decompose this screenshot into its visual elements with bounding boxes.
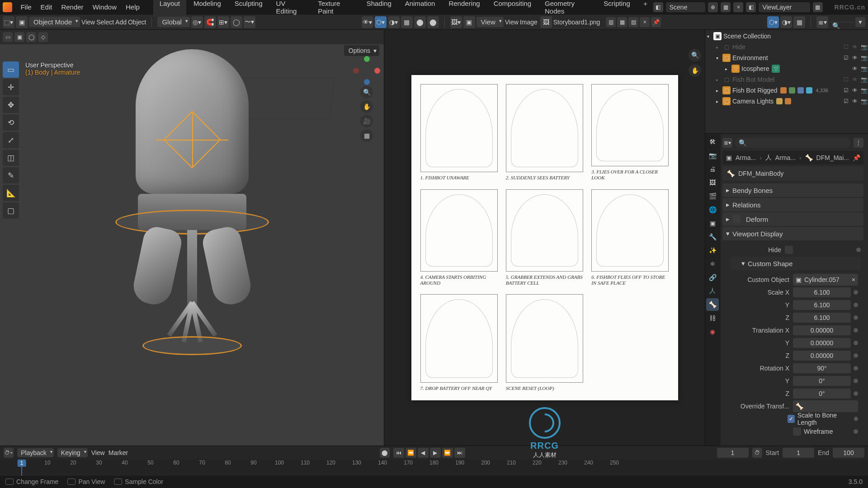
panel-bendy-bones[interactable]: ▸Bendy Bones [722,183,863,197]
render-icon[interactable]: 📷 [860,54,868,62]
ptab-scene-icon[interactable]: 🎬 [706,190,719,202]
image-pin-icon[interactable]: 📌 [651,17,661,27]
anim-dot[interactable] [854,366,858,371]
anim-dot[interactable] [854,303,858,307]
rotx-field[interactable]: 90° [793,363,851,373]
tab-rendering[interactable]: Rendering [442,0,486,17]
anim-dot[interactable] [856,248,861,252]
roty-field[interactable]: 0° [793,376,851,386]
anim-dot[interactable] [854,353,858,358]
ptab-object-icon[interactable]: ▣ [706,217,719,230]
ptab-render-icon[interactable]: 📷 [706,149,719,162]
jump-end-icon[interactable]: ⏭ [454,448,465,458]
exclude-icon[interactable]: ☐ [842,43,850,51]
shading-solid-icon[interactable]: ⬤ [427,16,439,28]
tool-scale[interactable]: ⤢ [3,132,19,148]
3d-viewport[interactable]: ▭ ▣ ◯ ◇ Options ▭ ✛ ✥ ⟲ ⤢ ◫ ✎ 📐 ▢ 🔍 ✋ [0,30,384,446]
proportional-falloff-icon[interactable]: 〜▾ [244,16,255,28]
timeline-ruler[interactable]: 1 10203040506070809010011012013014017018… [0,460,868,476]
disclosure-icon[interactable]: ▸ [725,66,731,71]
properties-breadcrumb[interactable]: ▣Arma... › 人Arma... › 🦴DFM_Mai... 📌 [722,151,863,164]
tab-modeling[interactable]: Modeling [187,0,227,17]
tab-sculpting[interactable]: Sculpting [228,0,269,17]
jump-prev-key-icon[interactable]: ⏪ [406,448,416,458]
mode-icon[interactable]: ▣ [16,16,28,28]
tree-item[interactable]: ▸ ▽ Icosphere ▽ 👁📷 [705,63,868,74]
prop-editor-type-icon[interactable]: ≣▾ [722,138,732,148]
menu-window[interactable]: Window [88,1,121,13]
properties-search[interactable]: 🔍 [735,138,851,148]
image-new-icon[interactable]: ▦ [617,17,627,27]
ptab-particles-icon[interactable]: ✨ [706,244,719,257]
panel-viewport-display[interactable]: ▾Viewport Display [722,227,863,240]
jump-start-icon[interactable]: ⏮ [393,448,404,458]
render-icon[interactable]: 📷 [860,97,868,105]
panel-custom-shape[interactable]: ▾Custom Shape [731,257,861,270]
anim-dot[interactable] [854,379,858,383]
image-browse-icon[interactable]: 🖼 [540,16,552,28]
new-viewlayer-icon[interactable]: ▦ [813,2,823,12]
tree-item[interactable]: ▸ ▢ Hide ☐👁📷 [705,42,868,52]
exclude-icon[interactable]: ☑ [842,86,850,94]
timeline-menu-marker[interactable]: Marker [108,449,128,456]
disclosure-icon[interactable]: ▸ [716,45,722,50]
ptab-boneconstraint-icon[interactable]: ⛓ [706,312,719,324]
editor-type-3dview-icon[interactable]: ⬚▾ [3,16,14,28]
menu-file[interactable]: File [16,1,36,13]
eye-icon[interactable]: 👁 [851,54,859,62]
tool-rotate[interactable]: ⟲ [3,114,19,131]
start-frame-field[interactable]: 1 [783,448,814,458]
tree-item[interactable]: ▸ ▢ Fish Bot Model ☐👁📷 [705,74,868,85]
tree-scene-collection[interactable]: ▾ ▣ Scene Collection [705,31,868,42]
scalez-field[interactable]: 6.100 [793,313,851,323]
panel-deform[interactable]: ▸Deform [722,212,863,226]
panel-relations[interactable]: ▸Relations [722,198,863,211]
image-gizmo-icon[interactable]: ⬡▾ [767,16,779,28]
render-icon[interactable]: 📷 [860,43,868,51]
orientation-gizmo[interactable] [353,57,380,84]
image-pan-icon[interactable]: ✋ [689,64,701,77]
ptab-modifier-icon[interactable]: 🔧 [706,230,719,243]
xray-icon[interactable]: ▦ [401,16,413,28]
tool-cursor[interactable]: ✛ [3,79,19,95]
image-view-dd[interactable]: View [476,17,504,27]
autokey-icon[interactable]: ⬤ [380,448,390,458]
disclosure-icon[interactable]: ▸ [716,99,722,104]
tree-item[interactable]: ▾ ▢ Environment ☑👁📷 [705,52,868,63]
timeline-type-icon[interactable]: ⏱▾ [4,448,14,458]
camera-view-icon[interactable]: 🎥 [360,115,373,127]
ptab-constraint-icon[interactable]: 🔗 [706,271,719,284]
hide-checkbox[interactable] [785,246,793,254]
axis-x-icon[interactable] [374,68,380,74]
timeline-menu-view[interactable]: View [91,449,105,456]
exclude-icon[interactable]: ☑ [842,97,850,105]
anim-dot[interactable] [854,315,858,320]
transx-field[interactable]: 0.00000 [793,325,851,335]
tool-select-box[interactable]: ▭ [3,61,19,78]
ptab-material-icon[interactable]: ◉ [706,325,719,338]
keying-dropdown[interactable]: Keying [57,448,88,457]
zoom-icon[interactable]: 🔍 [360,86,373,99]
image-open-icon[interactable]: ▤ [628,17,638,27]
clear-icon[interactable]: × [852,276,855,283]
image-something-icon[interactable]: ▦ [793,16,805,28]
jump-next-key-icon[interactable]: ⏩ [442,448,453,458]
tab-add[interactable]: ＋ [637,0,653,17]
override-field[interactable]: 🦴 [793,400,858,412]
tool-addcube[interactable]: ▢ [3,202,19,219]
bone-name-field[interactable]: 🦴 DFM_MainBody [722,166,863,181]
tool-move[interactable]: ✥ [3,97,19,113]
image-fake-user-icon[interactable]: ▥ [606,17,616,27]
viewport-options-button[interactable]: Options [344,45,379,56]
ptab-bone-icon[interactable]: 🦴 [706,298,719,311]
image-zoom-icon[interactable]: 🔍 [689,49,701,61]
wireframe-checkbox[interactable] [793,427,801,436]
exclude-icon[interactable]: ☐ [842,75,850,84]
pin-scene-icon[interactable]: ⊕ [708,2,718,12]
orientation-dropdown[interactable]: Global [157,17,189,27]
scalebone-checkbox[interactable]: ✓ [788,415,795,423]
prop-options-icon[interactable]: ⋮ [854,138,863,148]
visibility-icon[interactable]: 👁▾ [362,16,373,28]
snap-target-icon[interactable]: ⊞▾ [217,16,229,28]
gizmo-icon[interactable]: ⬡▾ [375,16,387,28]
